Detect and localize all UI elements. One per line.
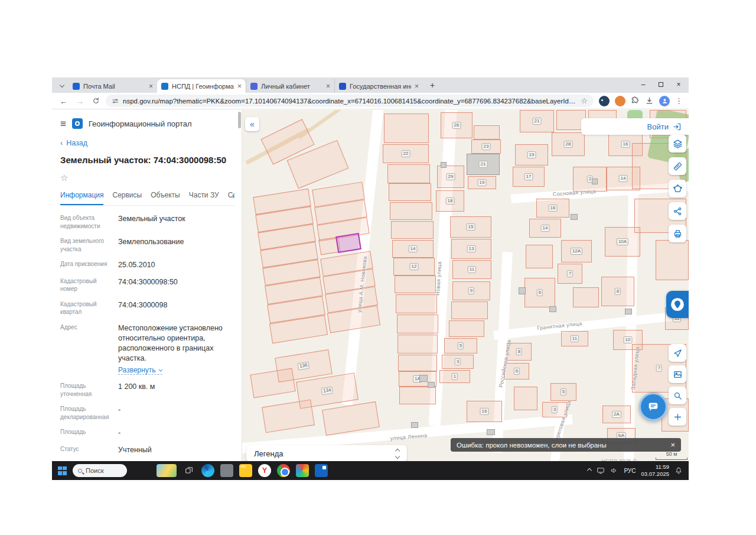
map-parcel[interactable]: [573, 287, 599, 307]
site-settings-icon[interactable]: [112, 98, 119, 105]
map-parcel[interactable]: 19: [515, 144, 548, 166]
tab-close-icon[interactable]: ×: [237, 82, 242, 90]
browser-tab[interactable]: Государственная информаци×: [334, 79, 423, 93]
map-parcel[interactable]: 21: [467, 154, 500, 175]
forward-button[interactable]: →: [74, 95, 86, 107]
browser-tab[interactable]: Личный кабинет×: [246, 79, 334, 93]
taskview-taskbar-icon[interactable]: [183, 464, 195, 477]
share-tool-button[interactable]: [669, 202, 686, 220]
tab-close-icon[interactable]: ×: [149, 82, 153, 90]
map-parcel[interactable]: 7: [558, 264, 582, 284]
notifications-icon[interactable]: [674, 466, 683, 475]
browser-tab[interactable]: Почта Mail×: [69, 79, 157, 93]
frame-tool-button[interactable]: [669, 365, 686, 383]
minimize-button[interactable]: –: [634, 77, 652, 92]
url-text[interactable]: nspd.gov.ru/map?thematic=PKK&zoom=17.101…: [123, 98, 576, 105]
reload-button[interactable]: [90, 95, 102, 107]
yandex-taskbar-icon[interactable]: Y: [258, 464, 271, 477]
display-icon[interactable]: [597, 466, 605, 475]
panel-tab-Объекты[interactable]: Объекты: [151, 191, 180, 205]
edge-taskbar-icon[interactable]: [201, 464, 214, 477]
map-parcel[interactable]: [397, 335, 438, 354]
volume-icon[interactable]: [610, 466, 618, 475]
map-parcel[interactable]: 23: [471, 140, 501, 154]
map-parcel[interactable]: [384, 114, 429, 143]
taskbar-search[interactable]: Поиск: [73, 464, 127, 477]
tab-search-button[interactable]: [57, 80, 67, 90]
map-parcel[interactable]: 15: [450, 216, 491, 238]
map-parcel[interactable]: 2А: [602, 406, 631, 423]
map-parcel[interactable]: [390, 202, 432, 220]
taskbar-clock[interactable]: 11:59 03.07.2025: [641, 463, 669, 478]
map-parcel[interactable]: 12А: [561, 240, 592, 262]
device-taskbar-icon[interactable]: [220, 464, 233, 477]
address-bar[interactable]: nspd.gov.ru/map?thematic=PKK&zoom=17.101…: [106, 95, 594, 107]
map-parcel[interactable]: 9: [452, 281, 490, 300]
map-parcel[interactable]: 11: [452, 260, 491, 279]
map-parcel[interactable]: [449, 320, 484, 337]
map-parcel[interactable]: 22: [383, 144, 429, 163]
browser-tab[interactable]: НСПД | Геоинформационный×: [157, 79, 246, 93]
map-parcel[interactable]: [262, 400, 315, 433]
graphics-taskbar-icon[interactable]: [296, 464, 309, 477]
map-parcel[interactable]: 26: [441, 112, 472, 138]
back-button[interactable]: ←: [58, 95, 70, 107]
tab-close-icon[interactable]: ×: [326, 82, 330, 90]
map-parcel[interactable]: 17: [513, 167, 545, 187]
map-parcel[interactable]: 13: [451, 239, 491, 259]
map-parcel[interactable]: 28: [552, 132, 585, 156]
map-parcel[interactable]: [395, 275, 436, 293]
print-tool-button[interactable]: [669, 225, 686, 242]
expand-address-link[interactable]: Развернуть: [118, 366, 162, 375]
explorer-taskbar-icon[interactable]: [239, 464, 252, 477]
map-parcel[interactable]: 6: [524, 278, 555, 307]
login-label[interactable]: Войти: [647, 122, 669, 131]
panel-tab-Информация[interactable]: Информация: [60, 191, 103, 205]
collapse-panel-button[interactable]: «: [245, 117, 259, 131]
back-link[interactable]: ‹ Назад: [60, 139, 87, 147]
map-parcel[interactable]: 8: [601, 277, 634, 306]
map-parcel[interactable]: 16: [536, 199, 569, 218]
tray-expand-icon[interactable]: [587, 468, 592, 473]
map-parcel[interactable]: [397, 314, 438, 333]
map-parcel[interactable]: 19: [468, 176, 496, 189]
map-parcel[interactable]: 21: [520, 110, 554, 132]
map-parcel[interactable]: [398, 355, 437, 371]
map-parcel[interactable]: 3: [442, 355, 474, 369]
map-parcel[interactable]: [391, 221, 434, 239]
legend-bar[interactable]: Легенда: [246, 445, 407, 461]
map-parcel[interactable]: [399, 387, 436, 404]
layers-tool-button[interactable]: [669, 135, 686, 153]
maximize-button[interactable]: [652, 77, 670, 92]
search-area-tool-button[interactable]: [669, 387, 686, 404]
browser-menu-icon[interactable]: ⋮: [675, 96, 683, 105]
map-parcel[interactable]: [656, 240, 689, 280]
map-parcel[interactable]: 18: [436, 190, 464, 212]
legend-collapse-icon[interactable]: [396, 449, 399, 458]
map-parcel[interactable]: 16: [467, 401, 502, 422]
orange-extension-icon[interactable]: [615, 96, 625, 106]
bookmark-star-icon[interactable]: ☆: [581, 96, 588, 105]
toast-close-icon[interactable]: ×: [670, 440, 675, 449]
tab-close-icon[interactable]: ×: [415, 82, 419, 90]
close-window-button[interactable]: ×: [670, 77, 687, 92]
zoom-in-tool-button[interactable]: [669, 408, 686, 426]
whale-extension-icon[interactable]: [599, 96, 610, 106]
chrome-taskbar-icon[interactable]: [277, 464, 290, 477]
panel-scrollbar[interactable]: [238, 112, 241, 128]
map-parcel[interactable]: 12: [393, 258, 435, 275]
map-parcel[interactable]: 5: [444, 338, 477, 354]
measure-area-tool-button[interactable]: [669, 180, 686, 197]
map-parcel[interactable]: 14: [529, 219, 561, 238]
active-pierce-tool-button[interactable]: [666, 291, 689, 318]
keyboard-language[interactable]: РУС: [624, 468, 636, 474]
map-parcel[interactable]: 1: [439, 370, 470, 383]
new-tab-button[interactable]: +: [426, 79, 438, 91]
map-parcel[interactable]: [389, 183, 431, 201]
navigate-tool-button[interactable]: [669, 344, 686, 362]
panel-tab-Части ЗУ[interactable]: Части ЗУ: [189, 191, 219, 205]
downloads-icon[interactable]: [645, 96, 654, 105]
map-parcel[interactable]: 6: [504, 363, 529, 380]
map-parcel[interactable]: [474, 125, 500, 140]
ruler-tool-button[interactable]: [669, 157, 686, 175]
